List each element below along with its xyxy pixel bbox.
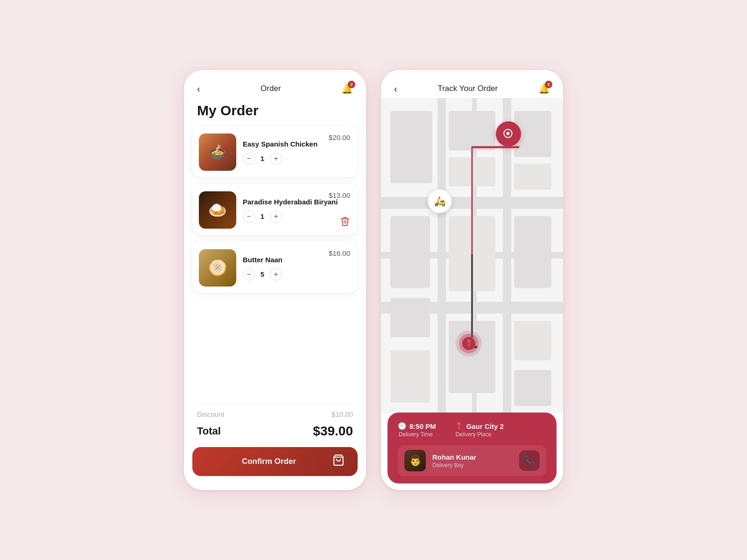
order-screen: ‹ Order 🔔 2 My Order 🍲 Easy Spanish Chic… [184, 70, 366, 490]
track-header: ‹ Track Your Order 🔔 2 [381, 70, 563, 98]
page-title: My Order [184, 98, 366, 126]
call-button[interactable]: 📞 [519, 450, 540, 471]
map-svg [381, 98, 563, 413]
track-back-button[interactable]: ‹ [394, 84, 397, 94]
quantity-value: 1 [259, 154, 266, 162]
item-price: $20.00 [329, 133, 350, 141]
clock-icon: 🕘 [398, 422, 407, 430]
track-notification-badge: 2 [545, 81, 552, 88]
scooter-icon: 🛵 [434, 196, 446, 207]
order-items-list: 🍲 Easy Spanish Chicken − 1 + $20.00 🍛 Pa… [184, 126, 366, 399]
discount-label: Discount [197, 410, 224, 418]
food-icon: 🍛 [208, 201, 227, 219]
decrease-qty-button[interactable]: − [243, 210, 255, 223]
delivery-person-avatar: 👨 [404, 450, 426, 471]
item-image-spanish-chicken: 🍲 [199, 133, 236, 171]
item-price: $13.00 [329, 191, 350, 199]
item-image-biryani: 🍛 [199, 191, 236, 229]
delivery-time-col: 🕘 8:50 PM Delivery Time [398, 422, 436, 438]
destination-pin: 📍 [456, 330, 482, 357]
delivery-person-name: Rohan Kunar [432, 453, 476, 461]
svg-rect-10 [449, 111, 495, 150]
avatar-emoji: 👨 [409, 455, 422, 467]
svg-rect-21 [514, 370, 551, 406]
delivery-place-sub: Delivery Place [455, 431, 504, 438]
food-icon: 🍲 [208, 143, 227, 161]
location-icon: 📍 [455, 422, 464, 430]
delivery-time-value: 8:50 PM [409, 422, 436, 430]
delivery-person-row: 👨 Rohan Kunar Delivery Boy 📞 [398, 445, 546, 476]
delivery-place-col: 📍 Gaur City 2 Delivery Place [455, 422, 504, 438]
quantity-value: 5 [259, 270, 266, 278]
delivery-info-card: 🕘 8:50 PM Delivery Time 📍 Gaur City 2 De… [388, 413, 557, 483]
svg-rect-19 [514, 321, 551, 360]
total-row: Total $39.00 [184, 422, 366, 447]
quantity-row: − 1 + [243, 153, 350, 165]
confirm-order-button[interactable]: Confirm Order [192, 447, 358, 476]
total-value: $39.00 [313, 424, 353, 439]
item-image-naan: 🫓 [199, 249, 236, 287]
delivery-person-info: Rohan Kunar Delivery Boy [432, 453, 476, 469]
svg-rect-9 [390, 111, 432, 183]
destination-pin-core: 📍 [462, 337, 475, 350]
discount-row: Discount $10.00 [184, 410, 366, 418]
food-icon: 🫓 [208, 259, 227, 277]
confirm-button-label: Confirm Order [205, 457, 332, 466]
order-item: 🫓 Butter Naan − 5 + $16.00 [192, 242, 358, 293]
quantity-row: − 1 + [243, 210, 350, 223]
notification-badge: 2 [348, 81, 355, 88]
svg-rect-13 [514, 163, 551, 189]
order-item: 🍲 Easy Spanish Chicken − 1 + $20.00 [192, 126, 358, 177]
item-info: Easy Spanish Chicken − 1 + [243, 140, 350, 165]
destination-pin-inner: 📍 [459, 334, 479, 353]
divider [197, 403, 353, 404]
delivery-scooter-pin: 🛵 [428, 189, 452, 213]
delivery-details-row: 🕘 8:50 PM Delivery Time 📍 Gaur City 2 De… [398, 422, 546, 438]
delivery-time-sub: Delivery Time [398, 431, 436, 438]
svg-rect-20 [390, 350, 430, 403]
quantity-value: 1 [259, 212, 266, 220]
delivery-place-label-row: 📍 Gaur City 2 [455, 422, 504, 430]
delivery-place-value: Gaur City 2 [466, 422, 504, 430]
basket-icon [332, 454, 345, 469]
order-header-title: Order [261, 84, 281, 93]
order-item: 🍛 Paradise Hyderabadi Biryani − 1 + $13.… [192, 184, 358, 235]
decrease-qty-button[interactable]: − [243, 153, 255, 165]
track-notification-button[interactable]: 🔔 2 [538, 83, 550, 94]
quantity-row: − 5 + [243, 268, 350, 280]
order-header: ‹ Order 🔔 2 [184, 70, 366, 98]
item-price: $16.00 [329, 249, 350, 257]
phone-icon: 📞 [524, 455, 535, 466]
item-info: Butter Naan − 5 + [243, 255, 350, 280]
decrease-qty-button[interactable]: − [243, 268, 255, 280]
svg-text:✕: ✕ [506, 131, 510, 136]
increase-qty-button[interactable]: + [270, 268, 282, 280]
track-screen: ‹ Track Your Order 🔔 2 [381, 70, 563, 490]
item-info: Paradise Hyderabadi Biryani − 1 + [243, 197, 350, 223]
location-dot-icon: 📍 [465, 340, 473, 347]
track-header-title: Track Your Order [437, 84, 498, 93]
back-button[interactable]: ‹ [197, 84, 200, 94]
increase-qty-button[interactable]: + [270, 210, 282, 223]
delivery-time-label-row: 🕘 8:50 PM [398, 422, 436, 430]
svg-rect-15 [390, 298, 430, 337]
restaurant-pin: ✕ [496, 121, 521, 147]
total-label: Total [197, 425, 221, 437]
notification-button[interactable]: 🔔 2 [341, 83, 353, 94]
svg-rect-18 [514, 216, 551, 288]
increase-qty-button[interactable]: + [270, 153, 282, 165]
delivery-person-role: Delivery Boy [432, 462, 476, 469]
svg-rect-14 [390, 216, 430, 288]
discount-value: $10.00 [331, 410, 353, 418]
map-area: ✕ 🛵 📍 [381, 98, 563, 413]
delete-item-button[interactable] [340, 216, 350, 229]
